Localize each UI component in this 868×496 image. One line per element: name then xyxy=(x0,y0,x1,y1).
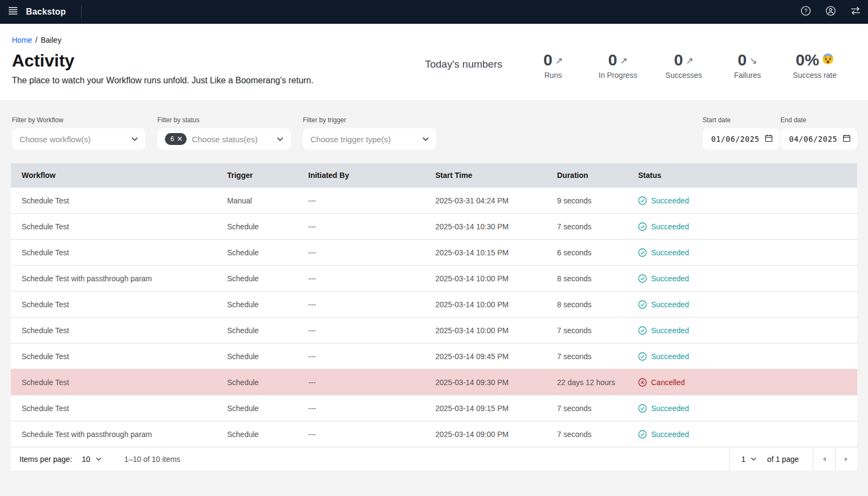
cell-trigger: Schedule xyxy=(227,378,308,387)
todays-numbers-label: Today's numbers xyxy=(425,58,502,70)
cell-initiated-by: --- xyxy=(308,196,435,205)
status-link[interactable]: Succeeded xyxy=(651,352,689,361)
cell-status: Cancelled xyxy=(638,378,857,387)
items-per-page-select[interactable]: 10 xyxy=(82,455,102,464)
arrow-up-right-icon: ↗ xyxy=(686,55,693,67)
table-row[interactable]: Schedule Test Schedule --- 2025-03-14 10… xyxy=(11,317,857,343)
cell-start-time: 2025-03-14 09:15 PM xyxy=(435,404,557,413)
table-row[interactable]: Schedule Test Schedule --- 2025-03-14 10… xyxy=(11,239,857,265)
workflow-filter-dropdown[interactable]: Choose workflow(s) xyxy=(12,128,145,150)
check-circle-icon xyxy=(638,300,647,309)
start-date-group: Start date 01/06/2025 xyxy=(703,116,779,150)
items-per-page-label: Items per page: xyxy=(19,455,72,464)
table-row[interactable]: Schedule Test Manual --- 2025-03-31 04:2… xyxy=(11,187,857,213)
status-filter-dropdown[interactable]: 6 Choose status(es) xyxy=(157,128,291,150)
workflow-filter-group: Filter by Workflow Choose workflow(s) xyxy=(12,116,145,150)
calendar-icon[interactable] xyxy=(843,134,851,144)
cell-duration: 22 days 12 hours xyxy=(557,378,638,387)
table-row[interactable]: Schedule Test Schedule --- 2025-03-14 10… xyxy=(11,291,857,317)
table-row[interactable]: Schedule Test with passthrough param Sch… xyxy=(11,265,857,291)
col-header-status: Status xyxy=(638,171,857,180)
status-filter-label: Filter by status xyxy=(157,116,291,124)
cell-duration: 7 seconds xyxy=(557,430,638,439)
cell-start-time: 2025-03-14 10:00 PM xyxy=(435,274,557,283)
cell-initiated-by: --- xyxy=(308,248,435,257)
status-link[interactable]: Succeeded xyxy=(651,274,689,283)
start-date-label: Start date xyxy=(703,116,779,124)
table-row[interactable]: Schedule Test Schedule --- 2025-03-14 09… xyxy=(11,395,857,421)
check-circle-icon xyxy=(638,248,647,257)
stat-successes-value: 0 xyxy=(674,51,683,69)
status-filter-group: Filter by status 6 Choose status(es) xyxy=(157,116,291,150)
trigger-filter-group: Filter by trigger Choose trigger type(s) xyxy=(303,116,436,150)
breadcrumb-home-link[interactable]: Home xyxy=(12,36,32,44)
cell-workflow: Schedule Test with passthrough param xyxy=(22,430,227,439)
x-circle-icon xyxy=(638,378,647,387)
cell-initiated-by: --- xyxy=(308,430,435,439)
cell-trigger: Manual xyxy=(227,196,308,205)
cell-workflow: Schedule Test xyxy=(22,404,227,413)
table-row[interactable]: Schedule Test Schedule --- 2025-03-14 09… xyxy=(11,343,857,369)
account-button[interactable] xyxy=(818,0,843,24)
status-link[interactable]: Succeeded xyxy=(651,196,689,205)
cell-start-time: 2025-03-14 09:00 PM xyxy=(435,430,557,439)
status-filter-count-badge[interactable]: 6 xyxy=(165,133,187,145)
end-date-input[interactable]: 04/06/2025 xyxy=(780,128,857,150)
stat-failures: 0 ↘ Failures xyxy=(730,51,765,80)
end-date-label: End date xyxy=(780,116,857,124)
status-link[interactable]: Succeeded xyxy=(651,222,689,231)
activity-table: Workflow Trigger Initiated By Start Time… xyxy=(11,163,857,471)
cell-duration: 6 seconds xyxy=(557,248,638,257)
status-link[interactable]: Succeeded xyxy=(651,404,689,413)
close-icon[interactable] xyxy=(177,135,182,143)
cell-trigger: Schedule xyxy=(227,430,308,439)
previous-page-button[interactable] xyxy=(813,447,835,471)
start-date-value: 01/06/2025 xyxy=(711,135,759,143)
col-header-start-time: Start Time xyxy=(435,171,557,180)
start-date-input[interactable]: 01/06/2025 xyxy=(703,128,779,150)
user-icon xyxy=(825,5,836,18)
page-number-select[interactable]: 1 xyxy=(741,455,757,464)
chevron-down-icon xyxy=(422,137,429,141)
col-header-workflow: Workflow xyxy=(22,171,227,180)
cell-initiated-by: --- xyxy=(308,326,435,335)
status-link[interactable]: Succeeded xyxy=(651,248,689,257)
stat-runs-value: 0 xyxy=(544,51,553,69)
workflow-filter-placeholder: Choose workflow(s) xyxy=(19,135,131,144)
cell-workflow: Schedule Test xyxy=(22,222,227,231)
cell-initiated-by: --- xyxy=(308,378,435,387)
cell-start-time: 2025-03-14 09:45 PM xyxy=(435,352,557,361)
calendar-icon[interactable] xyxy=(765,134,773,144)
breadcrumb: Home/Bailey xyxy=(12,36,868,44)
pagination-bar: Items per page: 10 1–10 of 10 items 1 of… xyxy=(11,447,857,471)
app-switcher-button[interactable] xyxy=(843,0,868,24)
trigger-filter-dropdown[interactable]: Choose trigger type(s) xyxy=(303,128,436,150)
nav-divider xyxy=(81,5,82,18)
status-link[interactable]: Succeeded xyxy=(651,430,689,439)
trigger-filter-placeholder: Choose trigger type(s) xyxy=(310,135,422,144)
check-circle-icon xyxy=(638,430,647,439)
cell-status: Succeeded xyxy=(638,222,857,231)
cell-duration: 8 seconds xyxy=(557,300,638,309)
col-header-duration: Duration xyxy=(557,171,638,180)
chevron-down-icon xyxy=(96,457,102,461)
status-link[interactable]: Succeeded xyxy=(651,326,689,335)
menu-button[interactable] xyxy=(0,0,26,24)
table-row[interactable]: Schedule Test with passthrough param Sch… xyxy=(11,421,857,447)
status-link[interactable]: Cancelled xyxy=(651,378,685,387)
cell-start-time: 2025-03-14 09:30 PM xyxy=(435,378,557,387)
cell-status: Succeeded xyxy=(638,352,857,361)
arrow-up-right-icon: ↗ xyxy=(555,55,562,67)
next-page-button[interactable] xyxy=(835,447,857,471)
cell-initiated-by: --- xyxy=(308,352,435,361)
cell-initiated-by: --- xyxy=(308,404,435,413)
col-header-trigger: Trigger xyxy=(227,171,308,180)
cell-workflow: Schedule Test xyxy=(22,248,227,257)
brand-title[interactable]: Backstop xyxy=(26,7,66,17)
status-link[interactable]: Succeeded xyxy=(651,300,689,309)
cell-status: Succeeded xyxy=(638,404,857,413)
cell-start-time: 2025-03-14 10:30 PM xyxy=(435,222,557,231)
table-row-cancelled[interactable]: Schedule Test Schedule --- 2025-03-14 09… xyxy=(11,369,857,395)
table-row[interactable]: Schedule Test Schedule --- 2025-03-14 10… xyxy=(11,213,857,239)
help-button[interactable]: ? xyxy=(793,0,818,24)
